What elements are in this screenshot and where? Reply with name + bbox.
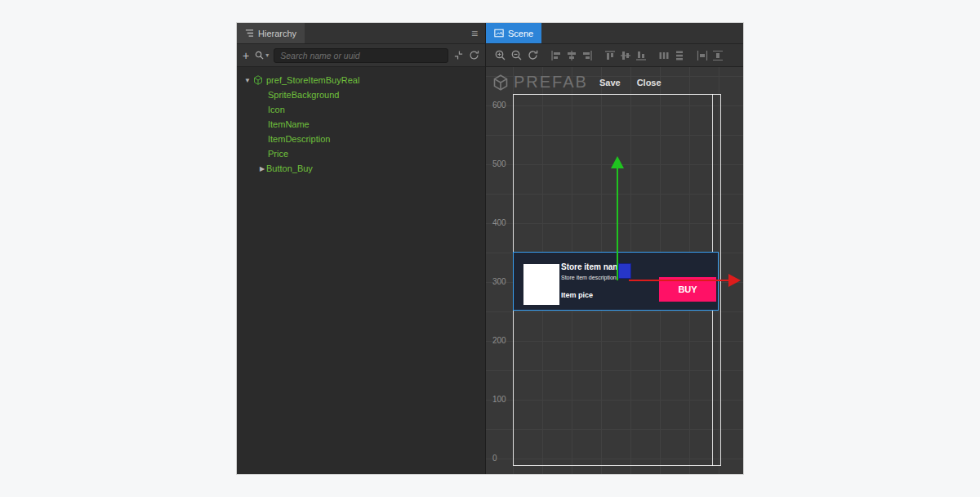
ruler-label: 300 [492, 277, 506, 287]
scene-tabbar: Scene [486, 23, 743, 44]
align-right-icon[interactable] [581, 50, 593, 61]
ruler-label: 500 [492, 159, 506, 169]
scene-toolbar [486, 44, 743, 67]
align-h-center-icon[interactable] [566, 50, 577, 61]
scene-tab-icon [494, 29, 504, 38]
stretch-group [697, 50, 724, 61]
align-group-2 [604, 50, 647, 61]
magnifier-icon [254, 50, 265, 60]
tree-node-root[interactable]: ▼ pref_StoreItemBuyReal [237, 73, 485, 87]
tree-node-itemname[interactable]: ItemName [237, 117, 485, 132]
scene-canvas[interactable]: 600 500 400 300 200 100 0 PREFAB Save [486, 67, 743, 474]
zoom-group [494, 49, 539, 61]
prefab-icon [492, 74, 509, 91]
refresh-icon[interactable] [469, 50, 479, 60]
item-name-text[interactable]: Store item name [561, 262, 625, 271]
collapse-all-icon[interactable] [453, 50, 464, 60]
item-description-text[interactable]: Store item description [561, 275, 617, 280]
menu-icon[interactable]: ≡ [464, 23, 485, 43]
tree-node-label: pref_StoreItemBuyReal [266, 75, 359, 85]
store-item-node[interactable]: Store item name Store item description I… [513, 252, 719, 311]
tree-node-label: ItemName [268, 119, 310, 129]
prefab-save-button[interactable]: Save [599, 78, 621, 87]
expand-arrow-icon[interactable]: ▼ [243, 77, 252, 84]
prefab-mode-header: PREFAB Save Close [492, 73, 662, 92]
scene-panel: Scene [486, 23, 743, 474]
ruler-label: 400 [492, 218, 506, 228]
ruler-label: 600 [492, 101, 506, 110]
gizmo-x-axis[interactable] [629, 280, 728, 281]
tree-node-label: Price [268, 149, 288, 159]
hierarchy-tab-icon [245, 29, 254, 38]
gizmo-move-handle[interactable] [618, 263, 631, 279]
zoom-out-icon[interactable] [510, 49, 523, 61]
search-filter-icon[interactable]: ▾ [254, 50, 269, 60]
hierarchy-tabbar: Hierarchy ≡ [237, 23, 485, 44]
add-node-icon[interactable]: + [243, 50, 249, 61]
tree-node-button-buy[interactable]: ▶ Button_Buy [237, 161, 485, 176]
item-price-text[interactable]: Item pice [561, 291, 593, 299]
align-group-1 [550, 50, 593, 61]
ruler-label: 200 [492, 336, 506, 346]
stretch-v-icon[interactable] [712, 50, 724, 61]
align-bottom-icon[interactable] [635, 50, 647, 61]
hierarchy-panel: Hierarchy ≡ + ▾ [237, 23, 486, 474]
tree-node-icon[interactable]: Icon [237, 102, 485, 117]
tabbar-spacer [305, 23, 464, 43]
tab-scene[interactable]: Scene [486, 23, 541, 43]
tree-node-label: ItemDescription [268, 134, 330, 144]
ruler-label: 0 [492, 454, 497, 463]
align-top-icon[interactable] [604, 50, 616, 61]
hierarchy-toolbar: + ▾ [237, 44, 485, 67]
filter-caret-icon: ▾ [265, 51, 269, 59]
scene-tab-label: Scene [508, 29, 533, 38]
distribute-v-icon[interactable] [674, 50, 685, 61]
tree-node-label: Button_Buy [266, 163, 313, 173]
collapsed-arrow-icon[interactable]: ▶ [258, 165, 266, 172]
stretch-h-icon[interactable] [697, 50, 708, 61]
search-input[interactable] [274, 48, 448, 63]
zoom-in-icon[interactable] [494, 49, 506, 61]
align-v-center-icon[interactable] [620, 50, 631, 61]
prefab-cube-icon [253, 75, 263, 85]
gizmo-y-arrowhead-icon[interactable] [611, 156, 624, 168]
ruler-label: 100 [492, 395, 506, 405]
align-left-icon[interactable] [550, 50, 562, 61]
hierarchy-tab-label: Hierarchy [258, 29, 296, 38]
tab-hierarchy[interactable]: Hierarchy [237, 23, 305, 43]
distribute-h-icon[interactable] [658, 50, 670, 61]
item-sprite-placeholder[interactable] [523, 264, 559, 305]
tree-node-label: Icon [268, 105, 285, 114]
editor-window: Hierarchy ≡ + ▾ [237, 23, 743, 474]
reset-view-icon[interactable] [527, 49, 539, 61]
tree-node-price[interactable]: Price [237, 146, 485, 161]
prefab-mode-title: PREFAB [514, 73, 588, 92]
tree-node-itemdescription[interactable]: ItemDescription [237, 132, 485, 146]
tree-node-spritebackground[interactable]: SpriteBackground [237, 87, 485, 102]
prefab-close-button[interactable]: Close [637, 78, 662, 87]
tree-node-label: SpriteBackground [268, 90, 339, 100]
gizmo-x-arrowhead-icon[interactable] [728, 274, 741, 287]
hierarchy-tree: ▼ pref_StoreItemBuyReal SpriteBackground… [237, 67, 485, 474]
distribute-group [658, 50, 685, 61]
